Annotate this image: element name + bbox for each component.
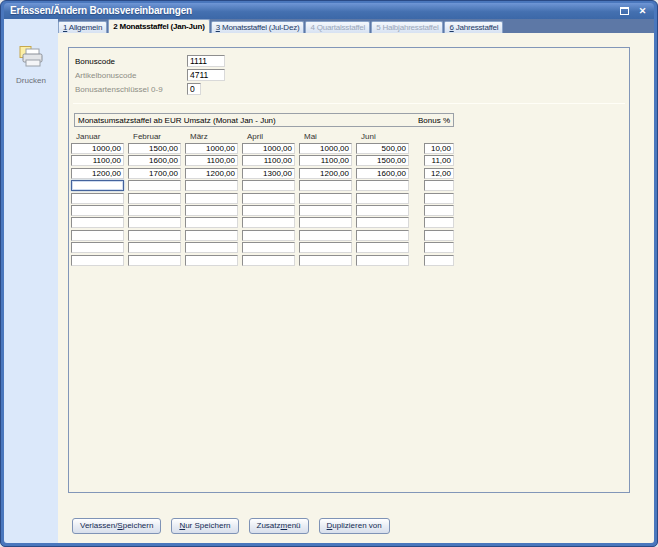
month-cell-r7-c5[interactable] [356,230,409,241]
month-cell-r1-c1[interactable]: 1600,00 [128,155,181,166]
month-cell-r3-c2[interactable] [185,180,238,191]
month-cell-r5-c4[interactable] [299,205,352,216]
month-cell-r9-c3[interactable] [242,255,295,266]
month-cell-r1-c5[interactable]: 1500,00 [356,155,409,166]
month-cell-r8-c3[interactable] [242,242,295,253]
month-cell-r2-c3[interactable]: 1300,00 [242,168,295,179]
month-cell-r9-c5[interactable] [356,255,409,266]
month-cell-r4-c0[interactable] [71,193,124,204]
close-button[interactable]: ✕ [636,5,649,17]
month-cell-r4-c1[interactable] [128,193,181,204]
month-cell-r5-c5[interactable] [356,205,409,216]
grid-row-0: 1000,001500,001000,001000,001000,00500,0… [71,143,454,154]
month-cell-r2-c0[interactable]: 1200,00 [71,168,124,179]
month-cell-r9-c2[interactable] [185,255,238,266]
tab-6-jahresstaffel[interactable]: 6 Jahresstaffel [444,21,503,33]
grid-row-8 [71,242,454,253]
month-cell-r5-c3[interactable] [242,205,295,216]
month-cell-r8-c4[interactable] [299,242,352,253]
bonus-cell-r7[interactable] [424,230,454,241]
bonus-cell-r4[interactable] [424,193,454,204]
month-cell-r4-c4[interactable] [299,193,352,204]
month-cell-r6-c5[interactable] [356,217,409,228]
artikelbonuscode-field[interactable]: 4711 [187,69,225,81]
grid-row-7 [71,230,454,241]
restore-button[interactable] [618,5,631,17]
button-zusatzmenü[interactable]: Zusatzmenü [249,518,309,534]
month-cell-r9-c0[interactable] [71,255,124,266]
button-verlassen-speichern[interactable]: Verlassen/Speichern [72,518,161,534]
month-cell-r2-c5[interactable]: 1600,00 [356,168,409,179]
month-cell-r4-c2[interactable] [185,193,238,204]
month-cell-r0-c5[interactable]: 500,00 [356,143,409,154]
button-duplizieren-von[interactable]: Duplizieren von [319,518,390,534]
month-cell-r5-c2[interactable] [185,205,238,216]
month-cell-r2-c4[interactable]: 1200,00 [299,168,352,179]
month-cell-r9-c4[interactable] [299,255,352,266]
month-cell-r8-c0[interactable] [71,242,124,253]
month-column-headers: JanuarFebruarMärzAprilMaiJuni [71,132,409,141]
month-cell-r6-c1[interactable] [128,217,181,228]
month-cell-r3-c3[interactable] [242,180,295,191]
bonus-cell-r9[interactable] [424,255,454,266]
month-cell-r8-c1[interactable] [128,242,181,253]
column-header-mai: Mai [299,132,352,141]
month-cell-r5-c0[interactable] [71,205,124,216]
month-cell-r3-c5[interactable] [356,180,409,191]
month-cell-r4-c5[interactable] [356,193,409,204]
month-cell-r4-c3[interactable] [242,193,295,204]
separator-line [73,103,625,104]
print-action[interactable]: Drucken [16,45,46,85]
bonus-cell-r2[interactable]: 12,00 [424,168,454,179]
month-cell-r7-c1[interactable] [128,230,181,241]
month-cell-r3-c1[interactable] [128,180,181,191]
tab-2-monatsstaffel-jan-jun[interactable]: 2 Monatsstaffel (Jan-Jun) [108,19,209,33]
month-cell-r1-c2[interactable]: 1100,00 [185,155,238,166]
month-cell-r6-c3[interactable] [242,217,295,228]
month-cell-r3-c4[interactable] [299,180,352,191]
month-cell-r0-c0[interactable]: 1000,00 [71,143,124,154]
printer-icon [16,45,46,69]
column-header-februar: Februar [128,132,181,141]
bonus-cell-r6[interactable] [424,217,454,228]
month-cell-r8-c2[interactable] [185,242,238,253]
month-cell-r2-c2[interactable]: 1200,00 [185,168,238,179]
bonusartenschluessel-field[interactable]: 0 [187,83,201,95]
month-cell-r2-c1[interactable]: 1700,00 [128,168,181,179]
month-cell-r0-c1[interactable]: 1500,00 [128,143,181,154]
month-cell-r7-c0[interactable] [71,230,124,241]
bonus-percent-header: Bonus % [418,116,450,125]
month-cell-r6-c0[interactable] [71,217,124,228]
month-cell-r0-c4[interactable]: 1000,00 [299,143,352,154]
bonus-cell-r0[interactable]: 10,00 [424,143,454,154]
month-cell-r6-c4[interactable] [299,217,352,228]
bonus-cell-r5[interactable] [424,205,454,216]
tab-1-allgemein[interactable]: 1 Allgemein [58,21,107,33]
month-cell-r3-c0[interactable] [71,180,124,191]
restore-icon [620,7,629,15]
month-cell-r5-c1[interactable] [128,205,181,216]
month-cell-r7-c3[interactable] [242,230,295,241]
button-nur-speichern[interactable]: Nur Speichern [171,518,238,534]
print-label: Drucken [16,76,46,85]
month-cell-r0-c3[interactable]: 1000,00 [242,143,295,154]
month-cell-r0-c2[interactable]: 1000,00 [185,143,238,154]
month-cell-r9-c1[interactable] [128,255,181,266]
month-cell-r8-c5[interactable] [356,242,409,253]
bonuscode-field[interactable]: 1111 [187,55,225,67]
month-cell-r1-c3[interactable]: 1100,00 [242,155,295,166]
month-cell-r1-c0[interactable]: 1100,00 [71,155,124,166]
bonus-cell-r1[interactable]: 11,00 [424,155,454,166]
month-cell-r1-c4[interactable]: 1100,00 [299,155,352,166]
grid-row-6 [71,217,454,228]
bonus-cell-r3[interactable] [424,180,454,191]
month-cell-r7-c4[interactable] [299,230,352,241]
grid-row-1: 1100,001600,001100,001100,001100,001500,… [71,155,454,166]
month-cell-r6-c2[interactable] [185,217,238,228]
month-cell-r7-c2[interactable] [185,230,238,241]
tab-page: Bonuscode Artikelbonuscode Bonusartensch… [58,33,654,543]
bonus-cell-r8[interactable] [424,242,454,253]
tabstrip: 1 Allgemein2 Monatsstaffel (Jan-Jun)3 Mo… [58,19,654,33]
tab-3-monatsstaffel-jul-dez[interactable]: 3 Monatsstaffel (Jul-Dez) [211,21,305,33]
staffel-grid: 1000,001500,001000,001000,001000,00500,0… [71,143,454,267]
